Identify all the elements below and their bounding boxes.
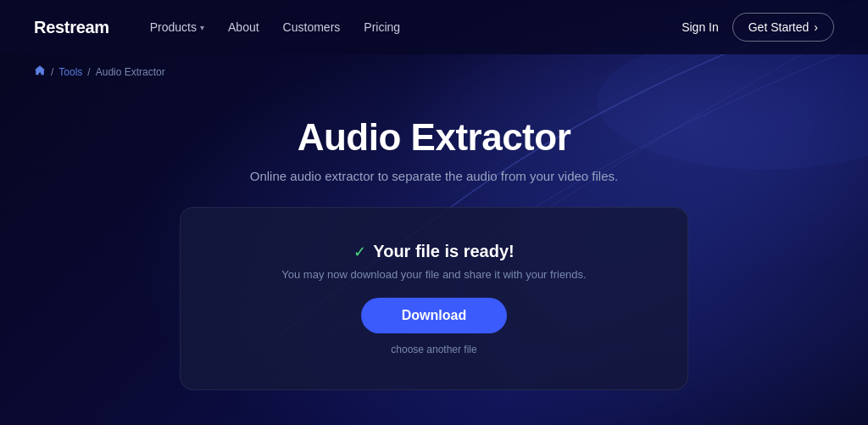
hero-subtitle: Online audio extractor to separate the a… xyxy=(250,169,618,183)
file-ready-card: ✓ Your file is ready! You may now downlo… xyxy=(180,207,688,390)
breadcrumb-sep-1: / xyxy=(51,66,53,78)
breadcrumb: / Tools / Audio Extractor xyxy=(0,54,868,89)
choose-another-link[interactable]: choose another file xyxy=(391,344,476,355)
navbar: Restream Products ▾ About Customers Pric… xyxy=(0,0,868,54)
checkmark-icon: ✓ xyxy=(353,243,366,261)
hero-section: Audio Extractor Online audio extractor t… xyxy=(0,89,868,390)
page-title: Audio Extractor xyxy=(298,116,571,159)
nav-items: Products ▾ About Customers Pricing xyxy=(140,15,682,39)
nav-item-about[interactable]: About xyxy=(218,15,270,39)
file-ready-heading: Your file is ready! xyxy=(373,242,514,261)
nav-item-customers[interactable]: Customers xyxy=(273,15,351,39)
chevron-down-icon: ▾ xyxy=(200,23,204,32)
nav-right: Sign In Get Started › xyxy=(682,13,834,42)
get-started-button[interactable]: Get Started › xyxy=(732,13,834,42)
breadcrumb-tools[interactable]: Tools xyxy=(58,66,82,78)
breadcrumb-sep-2: / xyxy=(87,66,90,78)
breadcrumb-home[interactable] xyxy=(34,64,46,79)
sign-in-button[interactable]: Sign In xyxy=(682,20,719,34)
file-ready-row: ✓ Your file is ready! xyxy=(353,242,514,261)
download-button[interactable]: Download xyxy=(361,298,507,333)
breadcrumb-current: Audio Extractor xyxy=(96,66,165,78)
brand-logo[interactable]: Restream xyxy=(34,18,109,37)
file-ready-subtext: You may now download your file and share… xyxy=(281,268,586,281)
arrow-right-icon: › xyxy=(814,20,818,34)
home-icon xyxy=(34,64,46,76)
nav-item-products[interactable]: Products ▾ xyxy=(140,15,214,39)
nav-item-pricing[interactable]: Pricing xyxy=(353,15,410,39)
